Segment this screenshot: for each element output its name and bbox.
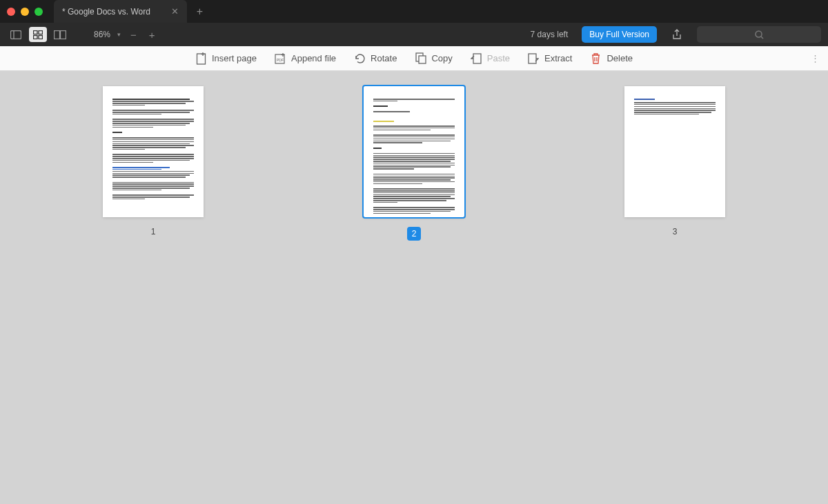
action-overflow-icon[interactable]: ⋮ xyxy=(811,53,820,63)
page-preview xyxy=(364,86,464,217)
append-file-label: Append file xyxy=(291,53,336,63)
page-preview xyxy=(103,86,204,217)
page-number: 3 xyxy=(673,227,678,236)
close-window-button[interactable] xyxy=(7,8,15,16)
page-heading xyxy=(634,99,655,100)
svg-rect-20 xyxy=(529,54,536,63)
extract-button[interactable]: Extract xyxy=(528,52,572,64)
page-thumbnail-3[interactable]: 3 xyxy=(624,86,725,504)
paste-button[interactable]: Paste xyxy=(471,52,510,64)
delete-button[interactable]: Delete xyxy=(590,52,633,64)
svg-rect-19 xyxy=(473,54,481,63)
svg-line-9 xyxy=(761,37,763,39)
page-number: 2 xyxy=(407,227,421,241)
copy-icon xyxy=(415,52,426,64)
svg-rect-2 xyxy=(34,30,38,34)
trial-status: 7 days left xyxy=(531,30,569,39)
svg-point-8 xyxy=(756,31,762,37)
zoom-control: 86% ▾ − + xyxy=(94,29,158,41)
view-sidebar-button[interactable] xyxy=(7,27,25,42)
svg-rect-3 xyxy=(39,30,43,34)
paste-label: Paste xyxy=(487,53,510,63)
rotate-label: Rotate xyxy=(371,53,397,63)
document-tab[interactable]: * Google Docs vs. Word ✕ xyxy=(54,0,187,23)
page-grid: 1 2 3 xyxy=(0,71,828,504)
svg-rect-7 xyxy=(61,30,66,39)
svg-text:PDF: PDF xyxy=(277,58,284,62)
svg-rect-5 xyxy=(39,35,43,39)
append-file-icon: PDF xyxy=(275,52,286,64)
svg-rect-0 xyxy=(11,30,21,39)
copy-label: Copy xyxy=(431,53,452,63)
rotate-button[interactable]: Rotate xyxy=(354,52,397,64)
maximize-window-button[interactable] xyxy=(34,8,43,16)
minimize-window-button[interactable] xyxy=(21,8,29,16)
append-file-button[interactable]: PDF Append file xyxy=(275,52,336,64)
page-thumbnail-1[interactable]: 1 xyxy=(103,86,204,504)
extract-label: Extract xyxy=(544,53,572,63)
insert-page-label: Insert page xyxy=(212,53,257,63)
insert-page-icon xyxy=(195,52,207,64)
trash-icon xyxy=(590,52,602,64)
rotate-icon xyxy=(354,52,366,64)
zoom-level[interactable]: 86% xyxy=(94,30,110,39)
share-button[interactable] xyxy=(672,29,682,40)
delete-label: Delete xyxy=(607,53,633,63)
copy-button[interactable]: Copy xyxy=(415,52,452,64)
svg-rect-18 xyxy=(419,56,426,63)
zoom-in-button[interactable]: + xyxy=(146,29,158,41)
view-mode-group xyxy=(7,27,69,42)
buy-full-version-button[interactable]: Buy Full Version xyxy=(582,26,657,43)
svg-rect-4 xyxy=(34,35,38,39)
paste-icon xyxy=(471,52,482,64)
new-tab-button[interactable]: + xyxy=(187,6,213,18)
zoom-out-button[interactable]: − xyxy=(128,29,139,41)
search-input[interactable] xyxy=(697,26,821,43)
window-controls xyxy=(7,8,43,16)
page-preview xyxy=(624,86,725,217)
action-bar: Insert page PDF Append file Rotate Copy … xyxy=(0,46,828,71)
titlebar: * Google Docs vs. Word ✕ + xyxy=(0,0,828,23)
page-thumbnail-2[interactable]: 2 xyxy=(364,86,464,504)
svg-rect-10 xyxy=(197,54,205,64)
svg-rect-6 xyxy=(55,30,60,39)
toolbar: 86% ▾ − + 7 days left Buy Full Version xyxy=(0,23,828,46)
page-number: 1 xyxy=(151,227,156,236)
zoom-dropdown-icon[interactable]: ▾ xyxy=(117,31,121,38)
view-grid-button[interactable] xyxy=(29,27,47,42)
insert-page-button[interactable]: Insert page xyxy=(195,52,257,64)
view-two-page-button[interactable] xyxy=(51,27,69,42)
close-tab-icon[interactable]: ✕ xyxy=(171,6,179,17)
extract-icon xyxy=(528,52,540,64)
tab-title: * Google Docs vs. Word xyxy=(62,7,150,17)
